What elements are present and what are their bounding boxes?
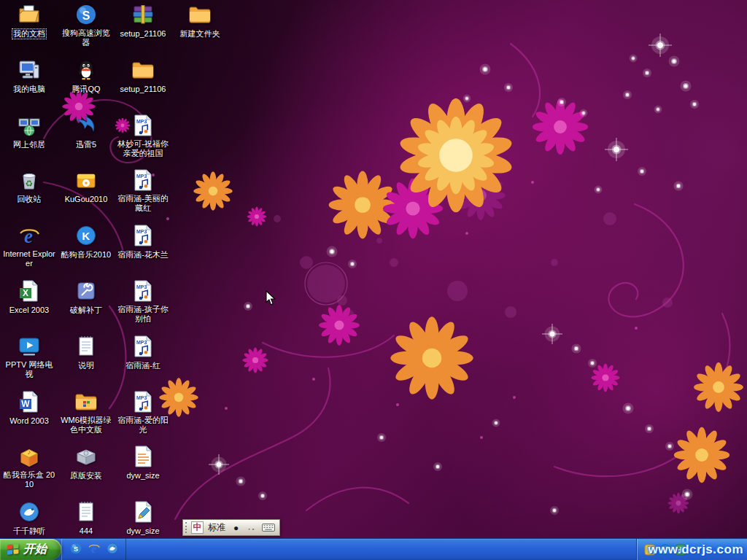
desktop-icon[interactable]: 腾讯QQ [58, 58, 114, 95]
punctuation-toggle-icon[interactable]: ，。 [245, 521, 258, 534]
drag-handle-icon[interactable] [185, 522, 188, 533]
desktop-icon[interactable]: X Excel 2003 [1, 279, 57, 316]
desktop-icon-image [74, 58, 98, 82]
desktop-icon-image [74, 500, 98, 524]
desktop-icon[interactable]: dyw_size [115, 445, 171, 481]
desktop-icon[interactable]: setup_21106 [115, 3, 171, 39]
desktop-icon[interactable]: e Internet Explorer [1, 224, 57, 269]
desktop-icon[interactable]: MP3 宿雨涵-孩子你别怕 [115, 279, 171, 324]
desktop-icon[interactable]: setup_21106 [115, 58, 171, 95]
desktop-icon-label: 酷我音乐盒 2010 [2, 470, 56, 489]
desktop-icon-label: 444 [79, 526, 93, 536]
taskbar-empty-area[interactable] [126, 539, 636, 560]
svg-text:♪: ♪ [28, 448, 31, 456]
desktop-icon-label: dyw_size [125, 471, 160, 481]
desktop-icon-image [131, 58, 155, 82]
desktop-icon[interactable]: dyw_size [115, 500, 171, 537]
desktop-icon-image [18, 500, 41, 524]
desktop-icon-image [18, 3, 41, 26]
desktop-icon-label: 说明 [77, 361, 95, 370]
desktop-icon[interactable]: 说明 [58, 335, 114, 371]
svg-text:MP3: MP3 [136, 229, 147, 234]
desktop-icon-label: Excel 2003 [9, 306, 50, 315]
desktop-icon-image: ♪ [18, 445, 41, 468]
desktop-icon[interactable]: 破解补丁 [58, 279, 114, 316]
desktop-icon[interactable]: W Word 2003 [1, 390, 57, 427]
desktop-icon[interactable]: MP3 宿雨涵-花木兰 [115, 224, 171, 260]
desktop-icon-label: setup_21106 [120, 85, 167, 94]
svg-text:W: W [21, 399, 30, 409]
taskbar: 开始 S e [0, 538, 747, 560]
watermark-text: www.dcrjs.com [648, 542, 743, 557]
desktop-icon-label: PPTV 网络电视 [2, 360, 56, 379]
ime-logo-icon[interactable]: 中 [191, 521, 204, 534]
desktop-icon[interactable]: 原版安装 [58, 445, 114, 481]
desktop-icon-label: 原版安装 [69, 471, 103, 481]
start-button[interactable]: 开始 [0, 539, 61, 560]
desktop-icon[interactable]: S 搜狗高速浏览器 [58, 3, 114, 48]
quick-launch-app-icon: e [88, 542, 101, 558]
desktop-icon-image: MP3 [131, 168, 155, 192]
quick-launch-item-media-player[interactable] [105, 542, 120, 557]
desktop-icon-image [131, 445, 155, 468]
desktop-screen: 我的文档 我的电脑 网上邻居 ♻ 回收站 e Internet Explorer… [0, 0, 747, 560]
desktop-icon-image: X [18, 279, 41, 303]
svg-text:MP3: MP3 [136, 340, 147, 345]
soft-keyboard-icon[interactable] [261, 521, 276, 534]
desktop-icon[interactable]: K 酷狗音乐2010 [58, 224, 114, 260]
desktop-icon[interactable]: MP3 宿雨涵-红 [115, 335, 171, 371]
desktop-icon[interactable]: 千千静听 [1, 500, 57, 537]
svg-text:MP3: MP3 [136, 119, 147, 124]
desktop-icon-image [74, 114, 98, 137]
desktop-icon-image: e [18, 224, 41, 247]
desktop-icon[interactable]: 迅雷5 [58, 114, 114, 150]
desktop-icon-label: 新建文件夹 [179, 29, 221, 39]
desktop-icon[interactable]: 我的电脑 [1, 58, 57, 95]
desktop-icon[interactable]: MP3 宿雨涵-美丽的藏红 [115, 168, 171, 214]
desktop-icon[interactable]: ♪ 酷我音乐盒 2010 [1, 445, 57, 490]
desktop-icon-label: 腾讯QQ [71, 85, 101, 94]
desktop-icon[interactable]: WM6模拟器绿色中文版 [58, 390, 114, 435]
quick-launch-item-internet-explorer[interactable]: e [87, 542, 101, 557]
desktop-icon-image [131, 3, 155, 26]
quick-launch-app-icon [106, 542, 119, 558]
desktop-icon-label: Word 2003 [9, 416, 50, 426]
svg-text:e: e [91, 542, 96, 554]
svg-text:K: K [82, 230, 90, 242]
desktop-icon[interactable]: 新建文件夹 [172, 3, 228, 39]
desktop-icon-label: KuGou2010 [64, 195, 109, 204]
svg-text:MP3: MP3 [136, 174, 147, 179]
desktop-icon[interactable]: PPTV 网络电视 [1, 335, 57, 380]
desktop-icon-label: setup_21106 [120, 29, 167, 39]
desktop-icon-image: MP3 [131, 390, 155, 413]
ime-mode-label[interactable]: 标准 [206, 521, 227, 534]
desktop-icon[interactable]: 网上邻居 [1, 114, 57, 150]
desktop-icon-label: Internet Explorer [2, 249, 56, 268]
svg-text:S: S [82, 9, 90, 22]
desktop-icon-label: 迅雷5 [75, 140, 97, 149]
svg-text:X: X [23, 288, 28, 298]
svg-text:S: S [74, 545, 78, 552]
desktop-icon-label: 宿雨涵-美丽的藏红 [116, 194, 170, 213]
quick-launch-item-sogou-browser[interactable]: S [69, 542, 83, 557]
desktop-icon[interactable]: 我的文档 [1, 3, 57, 39]
desktop-icon-label: 宿雨涵-孩子你别怕 [116, 305, 170, 324]
desktop-icon[interactable]: 444 [58, 500, 114, 537]
desktop-icon-label: 千千静听 [12, 526, 46, 536]
desktop-icon-image [74, 390, 98, 413]
quick-launch-bar: S e [61, 539, 126, 560]
desktop-icon-image: MP3 [131, 335, 155, 358]
svg-text:♻: ♻ [26, 179, 34, 189]
desktop-icon[interactable]: MP3 林妙可-祝福你亲爱的祖国 [115, 114, 171, 159]
desktop-icon-image [131, 500, 155, 524]
desktop-icon-image: ♻ [18, 168, 41, 192]
fullwidth-toggle-icon[interactable]: ● [230, 521, 242, 534]
desktop-icon[interactable]: MP3 宿雨涵-爱的阳光 [115, 390, 171, 435]
desktop-icon-label: 搜狗高速浏览器 [59, 28, 113, 47]
desktop-icon-image [74, 445, 98, 468]
desktop-icon-label: 宿雨涵-爱的阳光 [116, 416, 170, 435]
desktop-icon[interactable]: ♻ 回收站 [1, 168, 57, 205]
desktop-icon[interactable]: KuGou2010 [58, 168, 114, 205]
desktop-icon-image: W [18, 390, 41, 413]
desktop-icon-image [188, 3, 212, 26]
